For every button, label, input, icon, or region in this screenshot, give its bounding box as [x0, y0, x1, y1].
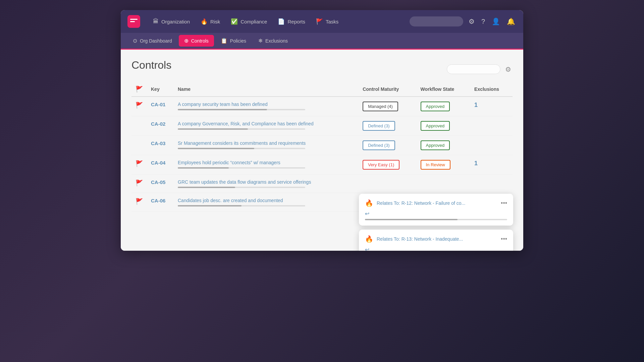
- flag-header-icon: 🚩: [136, 86, 143, 93]
- row-workflow-cell: Approved: [417, 116, 471, 136]
- workflow-badge: Approved: [421, 121, 450, 131]
- row-key-link[interactable]: CA-03: [151, 140, 165, 146]
- reports-icon: 📄: [278, 18, 285, 25]
- row-flag-cell: 🚩: [131, 97, 147, 116]
- row-maturity-cell: Defined (3): [359, 136, 416, 155]
- row-key-cell: CA-01: [147, 97, 174, 116]
- subnav-controls[interactable]: ⊕ Controls: [179, 35, 214, 47]
- content-area: Controls ⚙ 🚩 Key Name Control Maturity W…: [121, 50, 523, 251]
- row-exclusions-cell: 1: [470, 97, 513, 116]
- exclusion-count: 1: [474, 160, 478, 167]
- nav-risk[interactable]: 🔥 Risk: [196, 15, 225, 28]
- popup-1-progress-fill: [365, 219, 458, 220]
- row-progress-fill: [178, 167, 229, 169]
- row-name-link[interactable]: A company Governance, Risk, and Complian…: [178, 121, 355, 126]
- maturity-badge: Very Easy (1): [363, 160, 399, 170]
- nav-tasks[interactable]: 🚩 Tasks: [311, 15, 343, 28]
- popup-card-1: 🔥 Relates To: R-12: Network - Failure of…: [359, 194, 513, 226]
- subnav-policies[interactable]: 📋 Policies: [215, 35, 252, 47]
- row-flag-cell: 🚩: [131, 193, 147, 212]
- table-row: CA-02 A company Governance, Risk, and Co…: [131, 116, 513, 136]
- table-row: 🚩CA-04 Employees hold periodic “connects…: [131, 155, 513, 175]
- popup-1-header: 🔥 Relates To: R-12: Network - Failure of…: [365, 199, 507, 207]
- row-flag-icon: 🚩: [136, 160, 143, 167]
- row-name-cell: A company Governance, Risk, and Complian…: [174, 116, 359, 136]
- row-flag-cell: [131, 116, 147, 136]
- row-exclusions-cell: 1: [470, 155, 513, 175]
- row-key-link[interactable]: CA-04: [151, 160, 165, 166]
- row-key-cell: CA-04: [147, 155, 174, 175]
- row-key-link[interactable]: CA-06: [151, 198, 165, 203]
- popup-1-more-icon[interactable]: •••: [501, 200, 507, 207]
- row-progress-fill: [178, 205, 241, 206]
- popup-1-arrow-icon: ↩: [365, 210, 507, 217]
- table-row: 🚩CA-01 A company security team has been …: [131, 97, 513, 116]
- nav-organization[interactable]: 🏛 Organization: [148, 15, 195, 28]
- table-row: CA-03 Sr Management considers its commit…: [131, 136, 513, 155]
- nav-compliance[interactable]: ✅ Compliance: [226, 15, 272, 28]
- organization-icon: 🏛: [153, 18, 159, 25]
- row-name-link[interactable]: A company security team has been defined: [178, 102, 355, 107]
- nav-links: 🏛 Organization 🔥 Risk ✅ Compliance 📄 Rep…: [148, 15, 410, 28]
- row-workflow-cell: Approved: [417, 97, 471, 116]
- col-header-flag: 🚩: [131, 82, 147, 97]
- exclusion-count: 1: [474, 102, 478, 108]
- popup-card-2: 🔥 Relates To: R-13: Network - Inadequate…: [359, 230, 513, 251]
- subnav-org-dashboard[interactable]: ⊙ Org Dashboard: [127, 35, 177, 47]
- user-icon[interactable]: 👤: [490, 16, 501, 27]
- row-key-cell: CA-05: [147, 175, 174, 193]
- page-title: Controls: [131, 59, 171, 71]
- row-key-cell: CA-03: [147, 136, 174, 155]
- row-name-cell: Candidates job desc. are created and doc…: [174, 193, 359, 212]
- table-row: 🚩CA-05 GRC team updates the data flow di…: [131, 175, 513, 193]
- row-flag-cell: [131, 136, 147, 155]
- row-progress-fill: [178, 187, 235, 188]
- subnav-exclusions[interactable]: ❄ Exclusions: [253, 35, 293, 47]
- row-progress-fill: [178, 128, 248, 130]
- row-name-link[interactable]: Employees hold periodic “connects” w/ ma…: [178, 160, 355, 165]
- popup-overlay: 🔥 Relates To: R-12: Network - Failure of…: [359, 194, 513, 251]
- row-key-link[interactable]: CA-01: [151, 102, 165, 107]
- row-name-cell: GRC team updates the data flow diagrams …: [174, 175, 359, 193]
- row-flag-cell: 🚩: [131, 155, 147, 175]
- nav-reports[interactable]: 📄 Reports: [273, 15, 310, 28]
- row-flag-cell: 🚩: [131, 175, 147, 193]
- workflow-badge: Approved: [421, 102, 450, 111]
- settings-icon[interactable]: ⚙: [467, 16, 476, 27]
- help-icon[interactable]: ?: [480, 16, 486, 27]
- maturity-badge: Defined (3): [363, 121, 395, 131]
- title-actions: ⚙: [447, 64, 513, 75]
- row-flag-icon: 🚩: [136, 102, 143, 109]
- row-progress-bar: [178, 187, 305, 188]
- row-name-cell: A company security team has been defined: [174, 97, 359, 116]
- row-name-cell: Sr Management considers its commitments …: [174, 136, 359, 155]
- row-exclusions-cell: [470, 116, 513, 136]
- maturity-badge: Defined (3): [363, 140, 395, 150]
- row-progress-bar: [178, 148, 305, 149]
- global-search-input[interactable]: [410, 16, 463, 26]
- app-logo[interactable]: [127, 15, 140, 28]
- row-key-link[interactable]: CA-02: [151, 121, 165, 127]
- row-flag-icon: 🚩: [136, 180, 143, 186]
- main-container: 🏛 Organization 🔥 Risk ✅ Compliance 📄 Rep…: [121, 10, 523, 251]
- row-name-link[interactable]: GRC team updates the data flow diagrams …: [178, 179, 355, 185]
- table-search-input[interactable]: [447, 64, 500, 74]
- row-maturity-cell: Defined (3): [359, 116, 416, 136]
- popup-1-progress-bar: [365, 219, 507, 220]
- row-key-link[interactable]: CA-05: [151, 179, 165, 185]
- tasks-icon: 🚩: [316, 18, 323, 25]
- popup-1-fire-icon: 🔥: [365, 199, 373, 207]
- row-maturity-cell: Managed (4): [359, 97, 416, 116]
- title-row: Controls ⚙: [131, 59, 513, 79]
- row-name-link[interactable]: Sr Management considers its commitments …: [178, 140, 355, 146]
- nav-right: ⚙ ? 👤 🔔: [410, 16, 517, 27]
- col-header-key: Key: [147, 82, 174, 97]
- popup-2-header: 🔥 Relates To: R-13: Network - Inadequate…: [365, 235, 507, 243]
- notifications-icon[interactable]: 🔔: [505, 16, 517, 27]
- row-flag-icon: 🚩: [136, 198, 143, 205]
- popup-2-more-icon[interactable]: •••: [501, 236, 507, 243]
- table-settings-button[interactable]: ⚙: [504, 64, 513, 75]
- row-name-link[interactable]: Candidates job desc. are created and doc…: [178, 198, 355, 203]
- row-progress-fill: [178, 148, 254, 149]
- row-name-cell: Employees hold periodic “connects” w/ ma…: [174, 155, 359, 175]
